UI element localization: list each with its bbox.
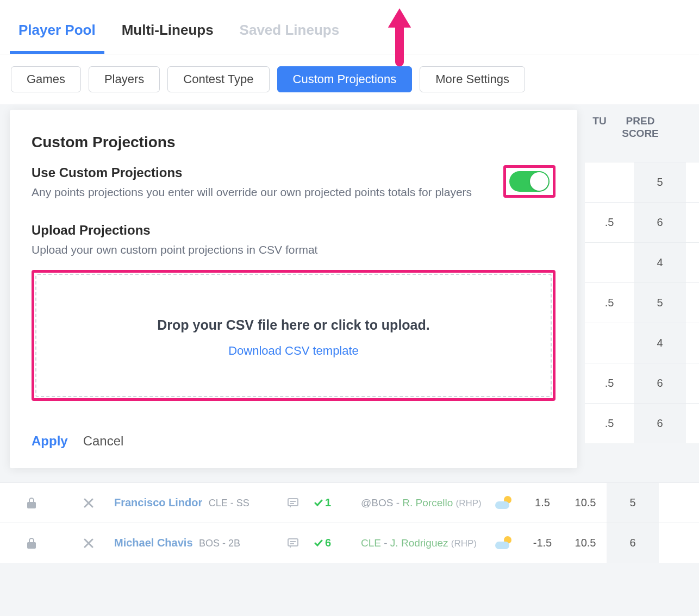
- use-custom-heading: Use Custom Projections: [32, 165, 472, 180]
- chat-icon[interactable]: [272, 537, 314, 549]
- pitcher-link[interactable]: J. Rodriguez: [390, 537, 448, 549]
- table-row: 4: [585, 242, 699, 282]
- upload-projections-section: Upload Projections Upload your own custo…: [32, 223, 556, 401]
- use-custom-toggle[interactable]: [509, 171, 550, 192]
- lock-icon[interactable]: [0, 537, 63, 549]
- table-row: .56: [585, 363, 699, 403]
- use-custom-description: Any points projections you enter will ov…: [32, 184, 472, 201]
- custom-projections-panel: Custom Projections Use Custom Projection…: [10, 110, 577, 468]
- upload-description: Upload your own custom point projections…: [32, 241, 556, 259]
- upload-heading: Upload Projections: [32, 223, 556, 238]
- confirm-badge: 6: [314, 537, 361, 549]
- confirm-badge: 1: [314, 496, 361, 509]
- toggle-highlight-annotation: [503, 165, 556, 198]
- download-csv-template-link[interactable]: Download CSV template: [47, 344, 540, 358]
- chat-icon[interactable]: [272, 497, 314, 509]
- tab-saved-lineups: Saved Lineups: [227, 14, 353, 54]
- stat-cell: -1.5: [521, 537, 564, 549]
- player-name-link[interactable]: Francisco Lindor: [114, 496, 202, 508]
- weather-icon: [487, 497, 521, 509]
- custom-projections-button[interactable]: Custom Projections: [277, 66, 413, 92]
- csv-dropzone[interactable]: Drop your CSV file here or click to uplo…: [35, 274, 552, 397]
- stat-cell: 10.5: [564, 496, 607, 509]
- panel-title: Custom Projections: [32, 134, 556, 151]
- apply-button[interactable]: Apply: [32, 433, 68, 449]
- table-row[interactable]: Francisco Lindor CLE - SS 1 @BOS - R. Po…: [0, 482, 699, 523]
- use-custom-projections-section: Use Custom Projections Any points projec…: [32, 165, 472, 201]
- player-name-cell[interactable]: Michael Chavis BOS - 2B: [114, 537, 272, 549]
- svg-rect-5: [288, 539, 298, 546]
- contest-type-button[interactable]: Contest Type: [167, 66, 269, 92]
- opponent-cell: CLE - J. Rodriguez (RHP): [361, 537, 487, 549]
- table-row: 5: [585, 162, 699, 202]
- header-pred-score: PRED SCORE: [614, 104, 666, 167]
- pitcher-link[interactable]: R. Porcello: [402, 497, 453, 508]
- table-rows-right-partial: 5 .56 4 .55 4 .56 .56: [585, 162, 699, 443]
- table-row: .56: [585, 202, 699, 242]
- dropzone-highlight-annotation: Drop your CSV file here or click to uplo…: [32, 270, 556, 401]
- filter-buttons-row: Games Players Contest Type Custom Projec…: [0, 54, 699, 105]
- table-row: .56: [585, 403, 699, 443]
- pred-score-cell: 5: [607, 483, 659, 523]
- player-name-cell[interactable]: Francisco Lindor CLE - SS: [114, 496, 272, 509]
- svg-rect-2: [288, 499, 298, 506]
- panel-actions: Apply Cancel: [32, 433, 556, 449]
- remove-icon[interactable]: [63, 498, 114, 508]
- dropzone-text: Drop your CSV file here or click to uplo…: [47, 317, 540, 333]
- player-meta: CLE - SS: [209, 498, 249, 508]
- players-button[interactable]: Players: [89, 66, 160, 92]
- check-icon: [314, 499, 323, 507]
- stat-cell: 1.5: [521, 496, 564, 509]
- table-row: 4: [585, 323, 699, 363]
- header-tu: TU: [585, 104, 614, 167]
- games-button[interactable]: Games: [11, 66, 81, 92]
- player-name-link[interactable]: Michael Chavis: [114, 537, 193, 549]
- main-tabs: Player Pool Multi-Lineups Saved Lineups: [0, 0, 699, 54]
- opponent-cell: @BOS - R. Porcello (RHP): [361, 497, 487, 509]
- table-row: .55: [585, 282, 699, 323]
- check-icon: [314, 539, 323, 548]
- player-meta: BOS - 2B: [199, 538, 240, 549]
- more-settings-button[interactable]: More Settings: [420, 66, 525, 92]
- tab-multi-lineups[interactable]: Multi-Lineups: [109, 14, 227, 54]
- table-rows-bottom: Francisco Lindor CLE - SS 1 @BOS - R. Po…: [0, 482, 699, 563]
- lock-icon[interactable]: [0, 497, 63, 509]
- stat-cell: 10.5: [564, 537, 607, 549]
- pred-score-cell: 6: [607, 523, 659, 563]
- weather-icon: [487, 537, 521, 549]
- tab-player-pool[interactable]: Player Pool: [5, 14, 109, 54]
- table-row[interactable]: Michael Chavis BOS - 2B 6 CLE - J. Rodri…: [0, 523, 699, 563]
- cancel-button[interactable]: Cancel: [83, 433, 124, 449]
- remove-icon[interactable]: [63, 538, 114, 548]
